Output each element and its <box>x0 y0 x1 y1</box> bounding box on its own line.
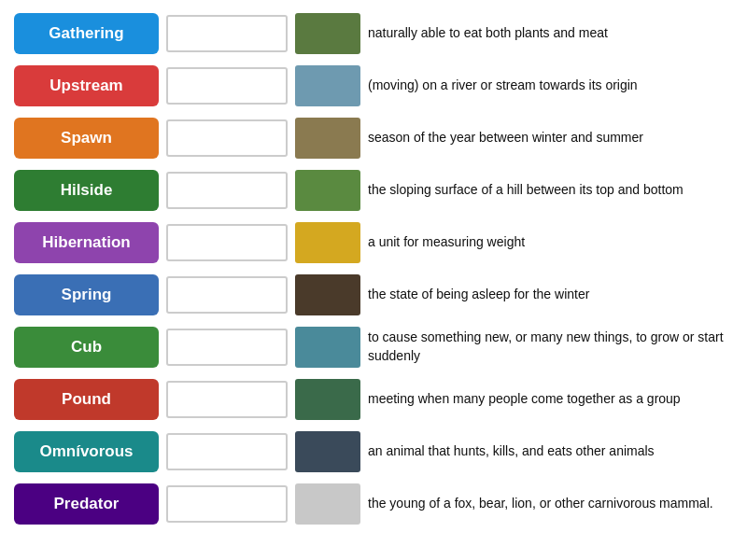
clue-image-upstream <box>295 65 360 106</box>
clue-area-gathering: naturally able to eat both plants and me… <box>295 13 733 54</box>
clue-area-spawn: season of the year between winter and su… <box>295 118 733 159</box>
clue-area-omnivorous: an animal that hunts, kills, and eats ot… <box>295 431 733 472</box>
clue-area-hilside: the sloping surface of a hill between it… <box>295 170 733 211</box>
clue-text-cub: to cause something new, or many new thin… <box>368 329 733 365</box>
label-btn-gathering[interactable]: Gathering <box>14 13 159 54</box>
label-btn-pound[interactable]: Pound <box>14 379 159 420</box>
label-btn-upstream[interactable]: Upstream <box>14 65 159 106</box>
row-pound: Poundmeeting when many people come toget… <box>14 375 733 424</box>
label-btn-hilside[interactable]: Hilside <box>14 170 159 211</box>
label-btn-cub[interactable]: Cub <box>14 327 159 368</box>
clue-image-hilside <box>295 170 360 211</box>
clue-text-spring: the state of being asleep for the winter <box>368 286 733 304</box>
clue-area-pound: meeting when many people come together a… <box>295 379 733 420</box>
clue-text-predator: the young of a fox, bear, lion, or other… <box>368 495 733 513</box>
clue-image-hibernation <box>295 222 360 263</box>
label-btn-hibernation[interactable]: Hibernation <box>14 222 159 263</box>
clue-text-hibernation: a unit for measuring weight <box>368 233 733 252</box>
clue-area-upstream: (moving) on a river or stream towards it… <box>295 65 733 106</box>
answer-input-upstream[interactable] <box>166 67 288 105</box>
answer-input-gathering[interactable] <box>166 15 288 52</box>
clue-image-spring <box>295 274 360 315</box>
answer-input-spring[interactable] <box>166 276 288 314</box>
clue-text-spawn: season of the year between winter and su… <box>368 129 733 147</box>
clue-text-pound: meeting when many people come together a… <box>368 390 733 409</box>
answer-input-spawn[interactable] <box>166 119 288 157</box>
label-btn-spawn[interactable]: Spawn <box>14 118 159 159</box>
label-btn-spring[interactable]: Spring <box>14 274 159 315</box>
row-cub: Cubto cause something new, or many new t… <box>14 323 733 371</box>
main-container: Gatheringnaturally able to eat both plan… <box>0 0 747 560</box>
answer-input-hilside[interactable] <box>166 172 288 209</box>
row-upstream: Upstream(moving) on a river or stream to… <box>14 62 733 110</box>
row-omnivorous: Omnívorousan animal that hunts, kills, a… <box>14 427 733 476</box>
row-predator: Predatorthe young of a fox, bear, lion, … <box>14 480 733 528</box>
label-btn-omnivorous[interactable]: Omnívorous <box>14 431 159 472</box>
answer-input-hibernation[interactable] <box>166 224 288 261</box>
answer-input-cub[interactable] <box>166 329 288 366</box>
clue-image-pound <box>295 379 360 420</box>
answer-input-pound[interactable] <box>166 381 288 418</box>
clue-image-gathering <box>295 13 360 54</box>
clue-area-cub: to cause something new, or many new thin… <box>295 327 733 368</box>
clue-text-hilside: the sloping surface of a hill between it… <box>368 181 733 200</box>
answer-input-omnivorous[interactable] <box>166 433 288 470</box>
label-btn-predator[interactable]: Predator <box>14 483 159 525</box>
row-spawn: Spawnseason of the year between winter a… <box>14 114 733 162</box>
clue-area-spring: the state of being asleep for the winter <box>295 274 733 315</box>
row-gathering: Gatheringnaturally able to eat both plan… <box>14 9 733 58</box>
row-spring: Springthe state of being asleep for the … <box>14 271 733 319</box>
row-hibernation: Hibernationa unit for measuring weight <box>14 218 733 267</box>
clue-image-cub <box>295 327 360 368</box>
clue-area-predator: the young of a fox, bear, lion, or other… <box>295 483 733 525</box>
clue-image-predator <box>295 483 360 525</box>
row-hilside: Hilsidethe sloping surface of a hill bet… <box>14 166 733 215</box>
clue-text-omnivorous: an animal that hunts, kills, and eats ot… <box>368 442 733 461</box>
clue-image-omnivorous <box>295 431 360 472</box>
clue-image-spawn <box>295 118 360 159</box>
answer-input-predator[interactable] <box>166 485 288 523</box>
clue-text-gathering: naturally able to eat both plants and me… <box>368 24 733 43</box>
clue-area-hibernation: a unit for measuring weight <box>295 222 733 263</box>
clue-text-upstream: (moving) on a river or stream towards it… <box>368 77 733 95</box>
